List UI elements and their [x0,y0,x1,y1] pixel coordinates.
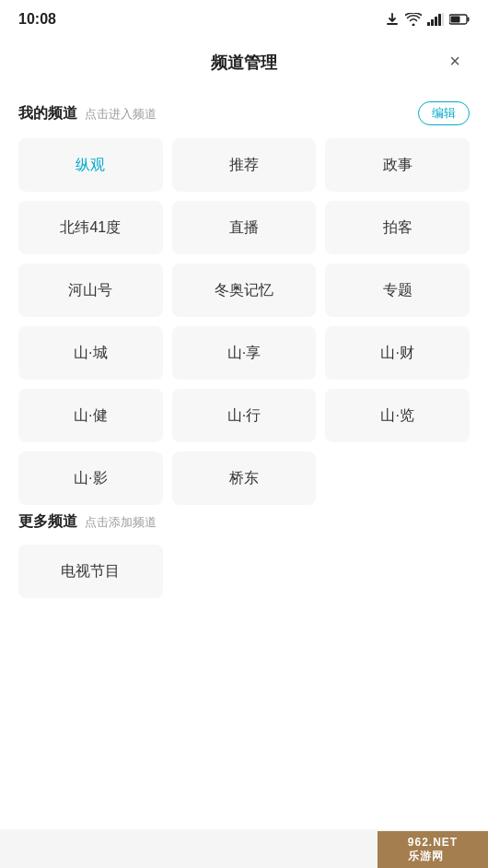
my-channel-item[interactable]: 河山号 [18,264,163,317]
my-channels-section: 我的频道 点击进入频道 编辑 纵观推荐政事北纬41度直播拍客河山号冬奥记忆专题山… [0,101,488,505]
my-channel-item[interactable]: 推荐 [172,138,317,192]
my-channel-item[interactable]: 山·影 [18,452,163,505]
page-header: 频道管理 × [0,35,488,87]
status-icons [385,12,470,27]
my-channel-item[interactable]: 山·享 [172,326,317,380]
my-channel-item[interactable]: 政事 [325,138,470,192]
wifi-icon [405,13,422,26]
my-channels-grid: 纵观推荐政事北纬41度直播拍客河山号冬奥记忆专题山·城山·享山·财山·健山·行山… [18,138,470,505]
my-channel-item[interactable]: 纵观 [18,138,163,192]
edit-button[interactable]: 编辑 [418,101,470,125]
my-channel-item[interactable]: 专题 [325,264,470,317]
my-channel-item[interactable]: 山·城 [18,326,163,380]
my-channel-item[interactable]: 山·行 [172,389,317,442]
status-time: 10:08 [18,11,56,28]
my-channel-item[interactable]: 山·健 [18,389,163,442]
my-channel-item[interactable]: 拍客 [325,201,470,254]
more-channels-header: 更多频道 点击添加频道 [18,512,470,532]
more-channels-grid: 电视节目 [18,545,470,598]
more-channels-title: 更多频道 [18,512,77,532]
my-channel-item[interactable]: 桥东 [172,452,317,505]
more-channels-hint: 点击添加频道 [85,514,157,531]
watermark-text: 962.NET乐游网 [408,836,458,864]
svg-rect-7 [468,18,470,22]
svg-rect-2 [435,17,437,26]
svg-rect-1 [431,19,434,26]
my-channel-item[interactable]: 北纬41度 [18,201,163,254]
svg-rect-0 [427,22,430,26]
more-channels-section: 更多频道 点击添加频道 电视节目 [0,512,488,598]
svg-rect-4 [442,13,444,26]
download-icon [385,12,400,27]
my-channel-item[interactable]: 山·览 [325,389,470,442]
my-channel-item[interactable]: 直播 [172,201,317,254]
my-channels-title-group: 我的频道 点击进入频道 [18,104,157,123]
my-channel-item[interactable]: 冬奥记忆 [172,264,317,317]
my-channel-item[interactable]: 山·财 [325,326,470,380]
battery-icon [449,14,470,25]
close-button[interactable]: × [440,46,470,76]
svg-rect-6 [451,17,460,23]
my-channels-header: 我的频道 点击进入频道 编辑 [18,101,470,125]
svg-rect-3 [438,14,441,26]
watermark: 962.NET乐游网 [378,831,488,868]
my-channels-title: 我的频道 [18,104,77,123]
status-bar: 10:08 [0,0,488,35]
signal-icon [427,13,444,26]
more-channel-item[interactable]: 电视节目 [18,545,163,598]
my-channels-hint: 点击进入频道 [85,106,157,123]
page-title: 频道管理 [211,52,277,74]
more-channels-title-group: 更多频道 点击添加频道 [18,512,157,532]
